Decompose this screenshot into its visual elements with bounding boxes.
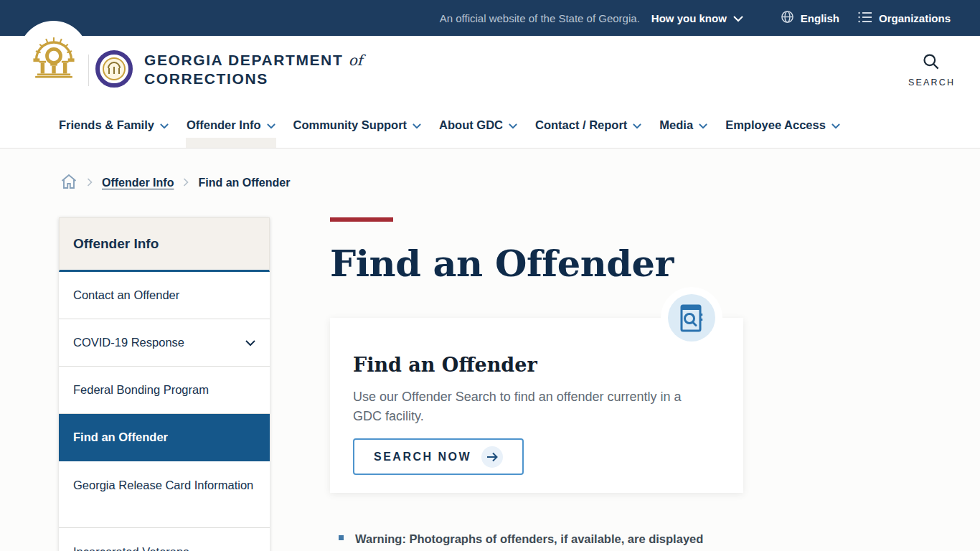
nav-item-label: Contact / Report bbox=[535, 118, 627, 132]
chevron-down-icon bbox=[733, 12, 743, 24]
nav-item-community-support[interactable]: Community Support bbox=[293, 102, 422, 148]
official-website-text: An official website of the State of Geor… bbox=[440, 12, 640, 24]
chevron-down-icon bbox=[509, 118, 517, 132]
bullet-icon bbox=[339, 535, 344, 540]
sidebar-item-federal-bonding-program[interactable]: Federal Bonding Program bbox=[59, 367, 270, 414]
language-label: English bbox=[801, 12, 839, 24]
nav-item-offender-info[interactable]: Offender Info bbox=[187, 102, 275, 148]
search-now-label: SEARCH NOW bbox=[374, 451, 471, 463]
sidebar-item-label: Federal Bonding Program bbox=[73, 383, 209, 397]
sidebar-item-georgia-release-card-information[interactable]: Georgia Release Card Information bbox=[59, 461, 270, 528]
agency-name-line2: CORRECTIONS bbox=[144, 70, 268, 87]
page-title: Find an Offender bbox=[330, 242, 743, 285]
warning-text: Warning: Photographs of offenders, if av… bbox=[355, 530, 703, 548]
language-button[interactable]: English bbox=[781, 10, 839, 26]
agency-name-connector: of bbox=[349, 52, 362, 69]
organizations-label: Organizations bbox=[879, 12, 951, 24]
sidebar-item-incarcerated-veterans[interactable]: Incarcerated Veterans bbox=[59, 528, 270, 551]
sidebar-item-covid-19-response[interactable]: COVID-19 Response bbox=[59, 319, 270, 367]
breadcrumb-home-link[interactable] bbox=[60, 174, 77, 192]
card-title: Find an Offender bbox=[353, 354, 720, 376]
sidebar-offender-info: Offender Info Contact an Offender COVID-… bbox=[59, 217, 270, 551]
georgia-arch-logo[interactable] bbox=[19, 21, 88, 90]
how-you-know-button[interactable]: How you know bbox=[651, 12, 743, 24]
nav-item-employee-access[interactable]: Employee Access bbox=[725, 102, 840, 148]
main-content: Find an Offender Find an Offender Use ou… bbox=[330, 217, 743, 548]
sidebar-item-contact-an-offender[interactable]: Contact an Offender bbox=[59, 272, 270, 319]
agency-name-line1: GEORGIA DEPARTMENT bbox=[144, 52, 343, 68]
chevron-down-icon bbox=[413, 118, 421, 132]
agency-name: GEORGIA DEPARTMENT of CORRECTIONS bbox=[144, 51, 362, 88]
chevron-down-icon bbox=[160, 118, 169, 132]
gdc-seal bbox=[95, 50, 133, 90]
chevron-right-icon bbox=[183, 176, 189, 189]
card-description: Use our Offender Search to find an offen… bbox=[353, 387, 712, 425]
nav-item-friends-family[interactable]: Friends & Family bbox=[59, 102, 169, 148]
sidebar-item-label: Georgia Release Card Information bbox=[73, 476, 253, 494]
list-icon bbox=[858, 11, 872, 25]
page: An official website of the State of Geor… bbox=[0, 0, 980, 551]
sidebar-item-label: COVID-19 Response bbox=[73, 336, 184, 349]
chevron-down-icon bbox=[633, 118, 641, 132]
search-label: SEARCH bbox=[908, 77, 953, 88]
find-offender-card: Find an Offender Use our Offender Search… bbox=[330, 318, 743, 493]
main-nav: Friends & Family Offender Info Community… bbox=[0, 102, 980, 149]
sidebar-item-find-an-offender[interactable]: Find an Offender bbox=[59, 414, 270, 461]
globe-icon bbox=[781, 10, 794, 26]
search-now-button[interactable]: SEARCH NOW bbox=[353, 438, 524, 475]
warning-list-item: Warning: Photographs of offenders, if av… bbox=[330, 530, 743, 548]
chevron-down-icon bbox=[267, 118, 275, 132]
organizations-button[interactable]: Organizations bbox=[858, 11, 951, 25]
how-you-know-label: How you know bbox=[651, 12, 727, 24]
logo-divider bbox=[88, 55, 89, 86]
home-icon bbox=[60, 174, 77, 192]
breadcrumb: Offender Info Find an Offender bbox=[60, 174, 290, 192]
nav-item-label: Community Support bbox=[293, 118, 407, 132]
chevron-down-icon bbox=[699, 118, 707, 132]
chevron-down-icon[interactable] bbox=[245, 336, 255, 349]
title-accent-bar bbox=[330, 217, 393, 222]
sidebar-title: Offender Info bbox=[59, 217, 270, 272]
site-header: GEORGIA DEPARTMENT of CORRECTIONS SEARCH bbox=[0, 36, 980, 102]
arrow-right-icon bbox=[481, 446, 503, 468]
header-search-button[interactable]: SEARCH bbox=[908, 52, 953, 88]
sidebar-item-label: Find an Offender bbox=[73, 430, 168, 444]
sidebar-item-label: Incarcerated Veterans bbox=[73, 545, 189, 551]
breadcrumb-current-page: Find an Offender bbox=[198, 176, 290, 189]
georgia-arch-logo-graphic bbox=[29, 32, 78, 80]
document-search-icon bbox=[668, 294, 715, 342]
nav-item-label: About GDC bbox=[439, 118, 503, 132]
search-icon bbox=[921, 61, 941, 73]
official-site-topbar: An official website of the State of Geor… bbox=[0, 0, 980, 36]
nav-item-contact-report[interactable]: Contact / Report bbox=[535, 102, 641, 148]
nav-item-label: Employee Access bbox=[725, 118, 826, 132]
nav-item-media[interactable]: Media bbox=[659, 102, 707, 148]
breadcrumb-offender-info-link[interactable]: Offender Info bbox=[102, 176, 174, 189]
chevron-down-icon bbox=[831, 118, 840, 132]
nav-item-label: Friends & Family bbox=[59, 118, 154, 132]
chevron-right-icon bbox=[87, 176, 93, 189]
nav-item-label: Media bbox=[659, 118, 693, 132]
nav-item-about-gdc[interactable]: About GDC bbox=[439, 102, 517, 148]
nav-item-label: Offender Info bbox=[187, 118, 261, 132]
sidebar-item-label: Contact an Offender bbox=[73, 288, 179, 302]
